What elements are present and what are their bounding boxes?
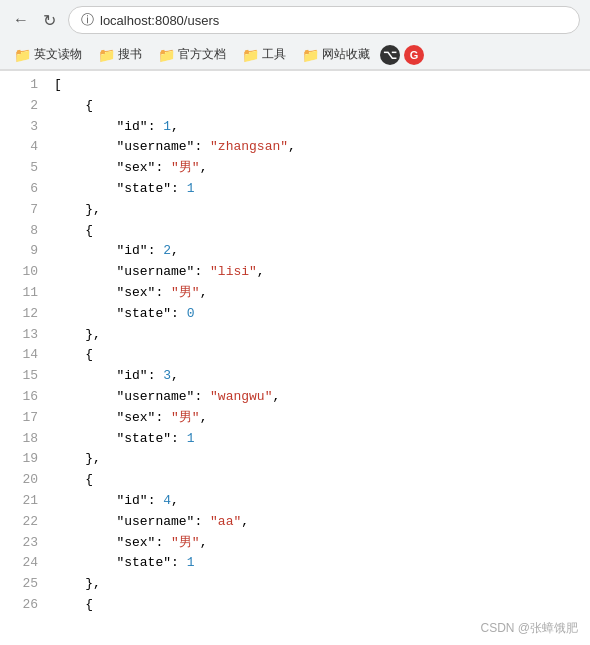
json-line-content: "sex": "男", xyxy=(54,283,207,304)
json-key: "id" xyxy=(54,119,148,134)
json-key: "sex" xyxy=(54,160,155,175)
refresh-button[interactable]: ↻ xyxy=(38,9,60,31)
bookmark-label: 工具 xyxy=(262,46,286,63)
json-line-content: }, xyxy=(54,325,101,346)
line-number: 26 xyxy=(8,595,38,616)
json-separator: : xyxy=(194,264,210,279)
json-key: "sex" xyxy=(54,535,155,550)
info-icon: ⓘ xyxy=(81,11,94,29)
bookmark-官方文档[interactable]: 📁 官方文档 xyxy=(152,44,232,65)
json-key: "id" xyxy=(54,493,148,508)
json-line-content: }, xyxy=(54,200,101,221)
folder-icon: 📁 xyxy=(158,47,175,63)
json-line-content: "username": "aa", xyxy=(54,512,249,533)
json-value: "男" xyxy=(171,535,200,550)
json-line: 27 "id": 5, xyxy=(0,616,590,618)
json-content-area: 1[2 {3 "id": 1,4 "username": "zhangsan",… xyxy=(0,71,590,618)
json-line: 6 "state": 1 xyxy=(0,179,590,200)
json-key: "username" xyxy=(54,389,194,404)
json-separator: : xyxy=(171,306,187,321)
json-line-content: "sex": "男", xyxy=(54,158,207,179)
json-key: "username" xyxy=(54,139,194,154)
json-key: "state" xyxy=(54,306,171,321)
json-line: 12 "state": 0 xyxy=(0,304,590,325)
json-comma: , xyxy=(288,139,296,154)
json-line: 25 }, xyxy=(0,574,590,595)
json-value: 2 xyxy=(163,243,171,258)
bookmark-网站收藏[interactable]: 📁 网站收藏 xyxy=(296,44,376,65)
line-number: 18 xyxy=(8,429,38,450)
json-key: "state" xyxy=(54,431,171,446)
json-value: "男" xyxy=(171,410,200,425)
json-line: 4 "username": "zhangsan", xyxy=(0,137,590,158)
line-number: 15 xyxy=(8,366,38,387)
url-text: localhost:8080/users xyxy=(100,13,219,28)
json-line: 14 { xyxy=(0,345,590,366)
line-number: 14 xyxy=(8,345,38,366)
json-key: "state" xyxy=(54,181,171,196)
json-line-content: }, xyxy=(54,449,101,470)
json-value: 1 xyxy=(187,431,195,446)
json-separator: : xyxy=(155,535,171,550)
folder-icon: 📁 xyxy=(14,47,31,63)
json-line: 22 "username": "aa", xyxy=(0,512,590,533)
json-line: 20 { xyxy=(0,470,590,491)
json-key: "username" xyxy=(54,514,194,529)
json-comma: , xyxy=(171,119,179,134)
json-separator: : xyxy=(171,555,187,570)
json-separator: : xyxy=(155,285,171,300)
back-button[interactable]: ← xyxy=(10,9,32,31)
bookmarks-bar: 📁 英文读物 📁 搜书 📁 官方文档 📁 工具 📁 网站收藏 ⌥ G xyxy=(0,40,590,70)
json-key: "id" xyxy=(54,368,148,383)
json-line-content: "sex": "男", xyxy=(54,408,207,429)
json-line: 2 { xyxy=(0,96,590,117)
json-separator: : xyxy=(148,119,164,134)
json-line-content: { xyxy=(54,345,93,366)
line-number: 23 xyxy=(8,533,38,554)
json-value: 1 xyxy=(187,555,195,570)
line-number: 8 xyxy=(8,221,38,242)
line-number: 11 xyxy=(8,283,38,304)
address-bar[interactable]: ⓘ localhost:8080/users xyxy=(68,6,580,34)
json-comma: , xyxy=(171,368,179,383)
json-value: 0 xyxy=(187,306,195,321)
json-line-content: { xyxy=(54,595,93,616)
g-icon[interactable]: G xyxy=(404,45,424,65)
json-value: 3 xyxy=(163,368,171,383)
browser-toolbar: ← ↻ ⓘ localhost:8080/users xyxy=(0,0,590,40)
json-separator: : xyxy=(148,243,164,258)
line-number: 27 xyxy=(8,616,38,618)
watermark: CSDN @张蟑饿肥 xyxy=(480,620,578,637)
nav-buttons: ← ↻ xyxy=(10,9,60,31)
line-number: 1 xyxy=(8,75,38,96)
json-value: 1 xyxy=(163,119,171,134)
json-comma: , xyxy=(257,264,265,279)
line-number: 21 xyxy=(8,491,38,512)
json-line: 1[ xyxy=(0,75,590,96)
github-icon[interactable]: ⌥ xyxy=(380,45,400,65)
json-line-content: "username": "wangwu", xyxy=(54,387,280,408)
json-line: 19 }, xyxy=(0,449,590,470)
json-line: 23 "sex": "男", xyxy=(0,533,590,554)
json-line-content: "id": 1, xyxy=(54,117,179,138)
json-line: 10 "username": "lisi", xyxy=(0,262,590,283)
bookmark-label: 官方文档 xyxy=(178,46,226,63)
line-number: 13 xyxy=(8,325,38,346)
bookmark-工具[interactable]: 📁 工具 xyxy=(236,44,292,65)
line-number: 16 xyxy=(8,387,38,408)
json-line-content: }, xyxy=(54,574,101,595)
folder-icon: 📁 xyxy=(242,47,259,63)
line-number: 4 xyxy=(8,137,38,158)
json-line-content: "state": 0 xyxy=(54,304,194,325)
line-number: 7 xyxy=(8,200,38,221)
json-line-content: "username": "lisi", xyxy=(54,262,265,283)
bookmark-英文读物[interactable]: 📁 英文读物 xyxy=(8,44,88,65)
json-line: 17 "sex": "男", xyxy=(0,408,590,429)
json-value: "男" xyxy=(171,160,200,175)
json-separator: : xyxy=(171,431,187,446)
json-line: 26 { xyxy=(0,595,590,616)
bookmark-搜书[interactable]: 📁 搜书 xyxy=(92,44,148,65)
line-number: 19 xyxy=(8,449,38,470)
json-line: 18 "state": 1 xyxy=(0,429,590,450)
json-line-content: { xyxy=(54,470,93,491)
